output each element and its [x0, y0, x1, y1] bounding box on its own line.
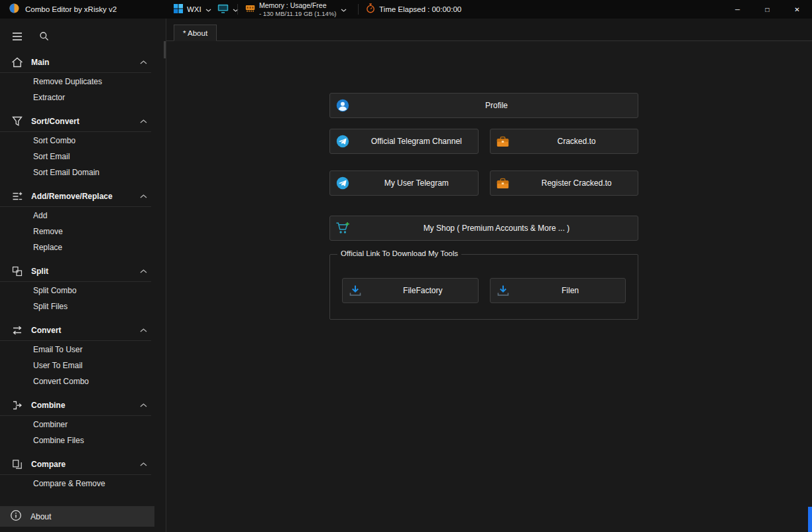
shopping-cart-icon: [330, 222, 355, 235]
sidebar-item-user-to-email[interactable]: User To Email: [0, 358, 166, 373]
profile-button[interactable]: Profile: [329, 93, 638, 118]
cracked-to-button[interactable]: Cracked.to: [490, 129, 639, 154]
sidebar-item-remove-duplicates[interactable]: Remove Duplicates: [0, 74, 166, 90]
sidebar-section-header-add-remove-replace[interactable]: Add/Remove/Replace: [0, 187, 166, 206]
sidebar-divider: [0, 206, 151, 207]
sidebar-item-sort-email[interactable]: Sort Email: [0, 149, 166, 165]
sidebar-section-label: Add/Remove/Replace: [31, 192, 140, 201]
stopwatch-icon: [366, 3, 375, 15]
chevron-up-icon: [140, 194, 147, 198]
sidebar-divider: [0, 281, 151, 282]
scrollbar-thumb-accent[interactable]: [808, 507, 812, 532]
chevron-up-icon: [140, 119, 147, 123]
chevron-up-icon: [140, 403, 147, 407]
sidebar-section-header-sort-convert[interactable]: Sort/Convert: [0, 112, 166, 131]
sidebar-item-email-to-user[interactable]: Email To User: [0, 342, 166, 358]
sidebar-section-header-combine[interactable]: Combine: [0, 396, 166, 415]
my-user-telegram-button[interactable]: My User Telegram: [329, 170, 479, 196]
sidebar-item-sort-email-domain[interactable]: Sort Email Domain: [0, 165, 166, 180]
edit-list-icon: [11, 191, 24, 202]
main-area: * About Profile Official Telegram Channe…: [166, 19, 812, 532]
about-page: Profile Official Telegram Channel Cracke…: [166, 41, 812, 531]
profile-button-label: Profile: [355, 101, 638, 110]
memory-status: Memory : Usage/Free - 130 MB/11.19 GB (1…: [259, 1, 337, 17]
sidebar-item-compare-and-remove[interactable]: Compare & Remove: [0, 476, 166, 492]
filefactory-button[interactable]: FileFactory: [342, 278, 479, 303]
sidebar-section-label: Split: [31, 267, 140, 276]
sidebar: Main Remove Duplicates Extractor Sort/Co…: [0, 19, 166, 532]
sidebar-section-label: Compare: [31, 460, 140, 469]
register-cracked-to-button-label: Register Cracked.to: [516, 178, 638, 188]
sidebar-divider: [0, 131, 151, 132]
filen-button[interactable]: Filen: [490, 278, 626, 303]
sidebar-item-combiner[interactable]: Combiner: [0, 417, 166, 432]
minimize-icon: ─: [735, 6, 740, 13]
chevron-up-icon: [140, 462, 147, 466]
sidebar-divider: [0, 415, 151, 416]
sidebar-item-split-combo[interactable]: Split Combo: [0, 283, 166, 299]
telegram-channel-button-label: Official Telegram Channel: [355, 137, 478, 146]
sidebar-item-remove[interactable]: Remove: [0, 224, 166, 239]
memory-label: Memory : Usage/Free: [259, 1, 337, 10]
search-button[interactable]: [34, 28, 53, 46]
menu-button[interactable]: [8, 28, 27, 46]
app-logo-icon: [9, 3, 19, 15]
sidebar-section-label: Main: [31, 58, 140, 67]
memory-value: - 130 MB/11.19 GB (1.14%): [259, 10, 337, 17]
funnel-icon: [11, 116, 24, 127]
sidebar-section-header-compare[interactable]: Compare: [0, 455, 166, 474]
hamburger-icon: [12, 33, 23, 42]
chevron-up-icon: [140, 269, 147, 273]
register-cracked-to-button[interactable]: Register Cracked.to: [490, 170, 639, 196]
sidebar-section-label: Sort/Convert: [31, 117, 140, 126]
downloads-groupbox: Official Link To Download My Tools FileF…: [329, 254, 638, 320]
telegram-icon: [330, 176, 355, 190]
sidebar-section-label: Convert: [31, 326, 140, 335]
sidebar-item-combine-files[interactable]: Combine Files: [0, 432, 166, 448]
download-icon: [343, 285, 368, 297]
sidebar-item-about-label: About: [30, 512, 51, 521]
scrollbar-thumb[interactable]: [164, 41, 166, 58]
links-row-1: Official Telegram Channel Cracked.to: [329, 129, 638, 154]
search-icon: [39, 31, 49, 43]
my-user-telegram-button-label: My User Telegram: [355, 178, 478, 188]
close-icon: ✕: [794, 6, 799, 13]
info-icon: [10, 509, 22, 523]
sidebar-section-header-convert[interactable]: Convert: [0, 321, 166, 340]
split-icon: [11, 266, 24, 277]
compare-icon: [11, 459, 24, 470]
convert-icon: [11, 325, 24, 336]
memory-dropdown[interactable]: Memory : Usage/Free - 130 MB/11.19 GB (1…: [243, 0, 349, 19]
titlebar: Combo Editor by xRisky v2 WXI Memory : U…: [0, 0, 812, 19]
sidebar-toolbar: [0, 28, 166, 46]
sidebar-divider: [0, 72, 151, 73]
sidebar-section-header-main[interactable]: Main: [0, 53, 166, 72]
downloads-groupbox-title: Official Link To Download My Tools: [337, 249, 461, 257]
telegram-channel-button[interactable]: Official Telegram Channel: [329, 129, 479, 154]
minimize-button[interactable]: ─: [723, 0, 752, 19]
chevron-up-icon: [140, 60, 147, 64]
maximize-button[interactable]: □: [752, 0, 782, 19]
monitor-icon: [217, 4, 229, 15]
cracked-to-button-label: Cracked.to: [516, 137, 638, 146]
my-shop-button[interactable]: My Shop ( Premium Accounts & More ... ): [329, 216, 638, 241]
sidebar-item-sort-combo[interactable]: Sort Combo: [0, 133, 166, 149]
tab-about-label: * About: [183, 29, 207, 37]
os-selector-label: WXI: [187, 5, 202, 13]
sidebar-item-split-files[interactable]: Split Files: [0, 299, 166, 314]
window-title: Combo Editor by xRisky v2: [25, 5, 117, 13]
close-button[interactable]: ✕: [782, 0, 812, 19]
sidebar-section-header-split[interactable]: Split: [0, 262, 166, 281]
sidebar-item-about[interactable]: About: [0, 506, 154, 527]
sidebar-item-replace[interactable]: Replace: [0, 239, 166, 255]
tab-about[interactable]: * About: [174, 25, 217, 41]
memory-icon: [245, 4, 255, 15]
profile-icon: [330, 99, 355, 112]
sidebar-item-add[interactable]: Add: [0, 208, 166, 224]
titlebar-divider: [358, 4, 359, 15]
sidebar-item-convert-combo[interactable]: Convert Combo: [0, 373, 166, 389]
about-panel: Profile Official Telegram Channel Cracke…: [329, 41, 638, 320]
os-selector-dropdown[interactable]: WXI: [171, 0, 214, 19]
sidebar-item-extractor[interactable]: Extractor: [0, 90, 166, 105]
combine-icon: [11, 400, 24, 411]
